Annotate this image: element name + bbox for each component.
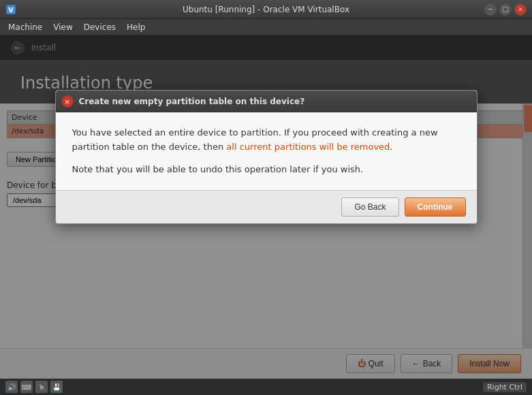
vm-content: ← Install Installation type Device Type … bbox=[0, 35, 532, 379]
dialog-close-button[interactable]: × bbox=[61, 95, 74, 108]
title-bar: V Ubuntu [Running] - Oracle VM VirtualBo… bbox=[0, 0, 532, 19]
window-controls: − □ × bbox=[484, 3, 527, 16]
dialog-overlay: × Create new empty partition table on th… bbox=[0, 35, 532, 379]
dialog-footer: Go Back Continue bbox=[56, 190, 477, 223]
status-bar: 🔊 ⌨ 🖱 💾 Right Ctrl bbox=[0, 379, 532, 395]
dialog-titlebar: × Create new empty partition table on th… bbox=[56, 91, 477, 112]
svg-text:V: V bbox=[9, 7, 14, 14]
dialog-title: Create new empty partition table on this… bbox=[79, 97, 305, 106]
title-bar-left: V bbox=[5, 4, 16, 15]
dialog-body: You have selected an entire device to pa… bbox=[56, 112, 477, 190]
menu-view[interactable]: View bbox=[48, 21, 78, 33]
menu-devices[interactable]: Devices bbox=[78, 21, 121, 33]
close-button[interactable]: × bbox=[514, 3, 527, 16]
continue-button[interactable]: Continue bbox=[405, 198, 466, 217]
status-icon-1: 🔊 bbox=[5, 381, 18, 393]
status-icon-3: 🖱 bbox=[35, 381, 48, 393]
minimize-button[interactable]: − bbox=[484, 3, 497, 16]
dialog-message: You have selected an entire device to pa… bbox=[72, 126, 460, 155]
virtualbox-icon: V bbox=[5, 4, 16, 15]
status-icon-2: ⌨ bbox=[20, 381, 33, 393]
window-title: Ubuntu [Running] - Oracle VM VirtualBox bbox=[183, 5, 349, 14]
status-icon-4: 💾 bbox=[50, 381, 63, 393]
partition-dialog: × Create new empty partition table on th… bbox=[55, 90, 478, 224]
menu-bar: Machine View Devices Help bbox=[0, 19, 532, 35]
status-bar-right: Right Ctrl bbox=[483, 382, 527, 392]
right-ctrl-label: Right Ctrl bbox=[483, 382, 527, 392]
maximize-button[interactable]: □ bbox=[499, 3, 512, 16]
dialog-note: Note that you will be able to undo this … bbox=[72, 163, 460, 177]
go-back-button[interactable]: Go Back bbox=[341, 198, 398, 217]
menu-machine[interactable]: Machine bbox=[3, 21, 48, 33]
status-bar-left: 🔊 ⌨ 🖱 💾 bbox=[5, 381, 63, 393]
menu-help[interactable]: Help bbox=[121, 21, 151, 33]
